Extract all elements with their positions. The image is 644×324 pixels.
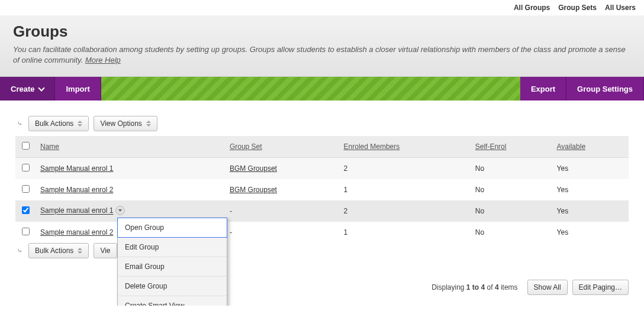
page-title: Groups — [13, 22, 631, 41]
import-label: Import — [66, 85, 89, 93]
self-enrol-cell: No — [471, 179, 552, 200]
sort-arrows-icon — [146, 121, 151, 127]
available-cell: Yes — [552, 222, 629, 243]
bulk-actions-button[interactable]: Bulk Actions — [28, 243, 89, 258]
col-name[interactable]: Name — [36, 136, 225, 158]
group-set-link[interactable]: BGM Groupset — [230, 186, 277, 194]
ctx-open-group[interactable]: Open Group — [117, 218, 227, 238]
ctx-delete-group[interactable]: Delete Group — [118, 276, 227, 296]
footer-bar: Displaying 1 to 4 of 4 items Show All Ed… — [0, 274, 644, 306]
tab-group-sets[interactable]: Group Sets — [558, 4, 597, 12]
sort-arrows-icon — [78, 121, 82, 127]
create-button[interactable]: Create — [0, 77, 55, 101]
table-row: Sample Manual enrol 2 BGM Groupset 1 No … — [15, 179, 629, 200]
sort-arrows-icon — [78, 248, 82, 254]
table-row: Sample manual enrol 2 - 1 No Yes — [15, 222, 629, 243]
top-tabs: All Groups Group Sets All Users — [0, 0, 644, 15]
tab-all-users[interactable]: All Users — [605, 4, 636, 12]
tree-toggle-icon[interactable]: ⤷ — [15, 119, 24, 128]
tab-all-groups[interactable]: All Groups — [514, 4, 550, 12]
self-enrol-cell: No — [471, 158, 552, 180]
more-help-link[interactable]: More Help — [85, 56, 121, 64]
group-settings-label: Group Settings — [577, 85, 633, 93]
ctx-edit-group[interactable]: Edit Group — [118, 237, 227, 257]
ctx-email-group[interactable]: Email Group — [118, 257, 227, 276]
self-enrol-cell: No — [471, 200, 552, 222]
enrolled-cell: 2 — [339, 200, 471, 222]
content-area: ⤷ Bulk Actions View Options Name Group S… — [0, 101, 644, 274]
table-row: Sample manual enrol 1 - 2 No Yes — [15, 200, 629, 222]
select-all-header — [15, 136, 36, 158]
group-name-link[interactable]: Sample manual enrol 1 — [40, 207, 113, 215]
enrolled-cell: 1 — [339, 179, 471, 200]
group-name-link[interactable]: Sample Manual enrol 2 — [40, 186, 113, 194]
tree-toggle-icon[interactable]: ⤷ — [15, 247, 24, 255]
toolbar-top: ⤷ Bulk Actions View Options — [15, 116, 629, 131]
group-settings-button[interactable]: Group Settings — [566, 77, 644, 101]
page-header: Groups You can facilitate collaboration … — [0, 15, 644, 77]
paging-status: Displaying 1 to 4 of 4 items — [432, 283, 517, 291]
view-options-button-partial[interactable]: Vie — [94, 243, 117, 258]
bulk-actions-label: Bulk Actions — [35, 247, 73, 255]
bulk-actions-button[interactable]: Bulk Actions — [28, 116, 89, 131]
chevron-down-icon — [38, 85, 45, 92]
create-label: Create — [11, 85, 34, 93]
edit-paging-button[interactable]: Edit Paging… — [572, 280, 629, 295]
page-description: You can facilitate collaboration among s… — [13, 44, 631, 66]
group-set-cell: - — [225, 222, 339, 243]
enrolled-cell: 1 — [339, 222, 471, 243]
groups-table: Name Group Set Enroled Members Self-Enro… — [15, 136, 629, 243]
export-button[interactable]: Export — [520, 77, 566, 101]
import-button[interactable]: Import — [55, 77, 101, 101]
view-options-button[interactable]: View Options — [94, 116, 157, 131]
action-bar: Create Import Export Group Settings — [0, 77, 644, 101]
row-checkbox[interactable] — [22, 228, 30, 235]
group-set-cell: - — [225, 200, 339, 222]
enrolled-cell: 2 — [339, 158, 471, 180]
toolbar-bottom: ⤷ Bulk Actions Vie — [15, 243, 629, 258]
context-menu: ✕ Open Group Edit Group Email Group Dele… — [117, 218, 227, 306]
row-checkbox[interactable] — [22, 206, 30, 214]
row-checkbox[interactable] — [22, 185, 30, 193]
col-self-enrol[interactable]: Self-Enrol — [471, 136, 552, 158]
view-options-label: View Options — [100, 119, 141, 128]
row-checkbox[interactable] — [22, 164, 30, 171]
select-all-checkbox[interactable] — [22, 142, 30, 150]
action-bar-spacer — [101, 77, 520, 101]
available-cell: Yes — [552, 200, 629, 222]
ctx-create-smart-view[interactable]: Create Smart View — [118, 296, 227, 306]
self-enrol-cell: No — [471, 222, 552, 243]
export-label: Export — [531, 85, 555, 93]
group-name-link[interactable]: Sample manual enrol 2 — [40, 228, 113, 236]
view-options-label-partial: Vie — [100, 247, 110, 255]
available-cell: Yes — [552, 158, 629, 180]
col-group-set[interactable]: Group Set — [225, 136, 339, 158]
group-name-link[interactable]: Sample Manual enrol 1 — [40, 164, 113, 173]
row-menu-button[interactable] — [115, 206, 125, 215]
group-set-link[interactable]: BGM Groupset — [230, 164, 277, 173]
col-enrolled[interactable]: Enroled Members — [339, 136, 471, 158]
table-row: Sample Manual enrol 1 BGM Groupset 2 No … — [15, 158, 629, 180]
available-cell: Yes — [552, 179, 629, 200]
col-available[interactable]: Available — [552, 136, 629, 158]
show-all-button[interactable]: Show All — [527, 280, 568, 295]
bulk-actions-label: Bulk Actions — [35, 119, 73, 128]
